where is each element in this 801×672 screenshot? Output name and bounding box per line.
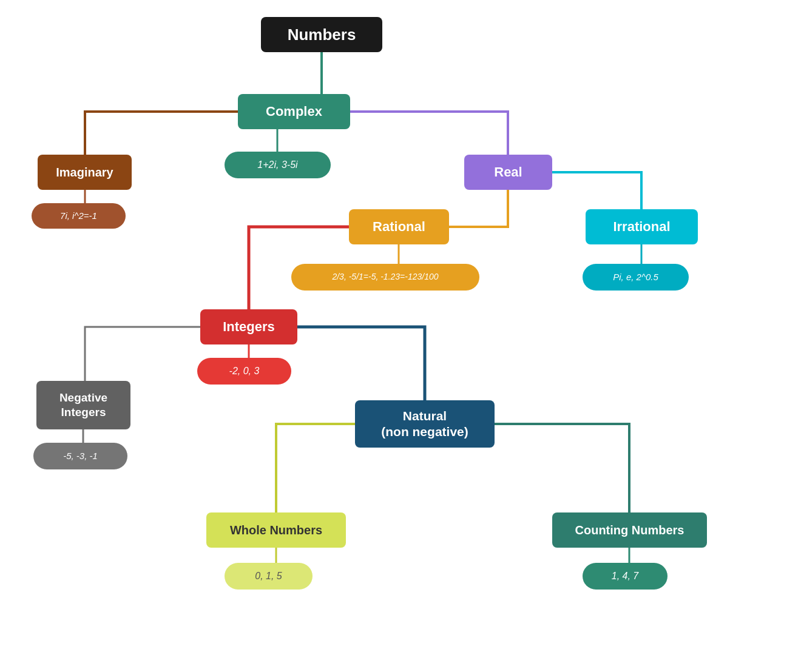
node-rational: Rational	[349, 209, 449, 244]
node-integers_ex: -2, 0, 3	[197, 358, 291, 385]
node-counting: Counting Numbers	[552, 512, 707, 548]
node-imaginary: Imaginary	[38, 155, 132, 190]
node-rational_ex: 2/3, -5/1=-5, -1.23=-123/100	[291, 264, 479, 291]
node-numbers: Numbers	[261, 17, 382, 52]
node-negative_ex: -5, -3, -1	[33, 443, 127, 469]
node-negative_int: Negative Integers	[36, 381, 130, 429]
node-irrational_ex: Pi, e, 2^0.5	[583, 264, 689, 291]
node-whole: Whole Numbers	[206, 512, 346, 548]
node-complex_ex: 1+2i, 3-5i	[225, 152, 331, 178]
node-counting_ex: 1, 4, 7	[583, 563, 668, 590]
node-irrational: Irrational	[586, 209, 698, 244]
node-integers: Integers	[200, 309, 297, 344]
node-imaginary_ex: 7i, i^2=-1	[32, 203, 126, 229]
node-whole_ex: 0, 1, 5	[225, 563, 313, 590]
node-real: Real	[464, 155, 552, 190]
node-complex: Complex	[238, 94, 350, 129]
node-natural: Natural (non negative)	[355, 400, 495, 448]
